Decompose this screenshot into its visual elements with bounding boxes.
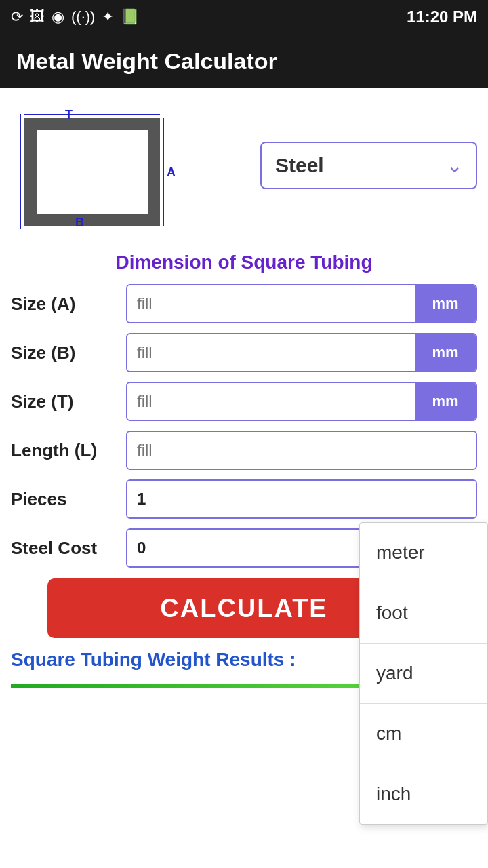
unit-dropdown: meter foot yard cm inch: [359, 522, 488, 825]
sync-icon: ⟳: [11, 8, 23, 26]
size-t-row: Size (T) mm: [11, 382, 477, 421]
dropdown-item-inch[interactable]: inch: [360, 764, 487, 824]
dim-line-bottom: [24, 229, 160, 229]
status-icons: ⟳ 🖼 ◉ ((·)) ✦ 📗: [11, 8, 139, 26]
app-header: Metal Weight Calculator: [0, 34, 488, 88]
dim-line-right: [163, 118, 164, 226]
steel-cost-label: Steel Cost: [11, 538, 119, 559]
app-title: Metal Weight Calculator: [16, 48, 277, 75]
size-b-input[interactable]: [127, 334, 415, 371]
size-t-unit-button[interactable]: mm: [415, 383, 476, 420]
dropdown-item-cm[interactable]: cm: [360, 704, 487, 764]
usb-icon: ✦: [102, 8, 114, 26]
size-t-input-group: mm: [126, 382, 477, 421]
size-a-row: Size (A) mm: [11, 284, 477, 323]
dropdown-item-yard[interactable]: yard: [360, 644, 487, 704]
status-time: 11:20 PM: [407, 7, 477, 26]
dropdown-item-foot[interactable]: foot: [360, 583, 487, 644]
pieces-input[interactable]: [127, 481, 476, 517]
size-b-unit-button[interactable]: mm: [415, 334, 476, 371]
pieces-row: Pieces: [11, 479, 477, 519]
material-label: Steel: [275, 154, 324, 177]
label-t: T: [65, 108, 73, 122]
status-bar: ⟳ 🖼 ◉ ((·)) ✦ 📗 11:20 PM: [0, 0, 488, 34]
length-l-input-group: [126, 431, 477, 470]
section-title: Dimension of Square Tubing: [11, 252, 477, 273]
image-icon: 🖼: [30, 8, 45, 26]
length-l-row: Length (L): [11, 431, 477, 470]
size-b-row: Size (B) mm: [11, 333, 477, 372]
length-l-input[interactable]: [127, 432, 476, 469]
wifi-icon: ((·)): [71, 8, 95, 26]
dim-line-top: [24, 114, 160, 115]
record-icon: ◉: [52, 8, 64, 26]
material-selector[interactable]: Steel ⌄: [260, 142, 477, 189]
size-t-label: Size (T): [11, 391, 119, 412]
diagram-section: T A B Steel ⌄: [11, 99, 477, 232]
divider-top: [11, 243, 477, 243]
size-a-unit-button[interactable]: mm: [415, 285, 476, 322]
size-a-input[interactable]: [127, 285, 415, 322]
size-b-label: Size (B): [11, 342, 119, 363]
label-a: A: [167, 165, 176, 180]
pieces-input-group: [126, 479, 477, 519]
size-b-input-group: mm: [126, 333, 477, 372]
label-b: B: [75, 216, 84, 230]
size-a-label: Size (A): [11, 294, 119, 315]
dropdown-item-meter[interactable]: meter: [360, 523, 487, 583]
dim-line-left: [20, 114, 21, 229]
pieces-label: Pieces: [11, 489, 119, 510]
size-t-input[interactable]: [127, 383, 415, 420]
length-l-label: Length (L): [11, 440, 119, 461]
main-content: T A B Steel ⌄ Dimension of Square Tubing…: [0, 88, 488, 868]
tubing-diagram: T A B: [11, 104, 201, 226]
size-a-input-group: mm: [126, 284, 477, 323]
tubing-shape: [24, 118, 160, 226]
chevron-down-icon: ⌄: [447, 155, 462, 177]
book-icon: 📗: [121, 8, 139, 26]
